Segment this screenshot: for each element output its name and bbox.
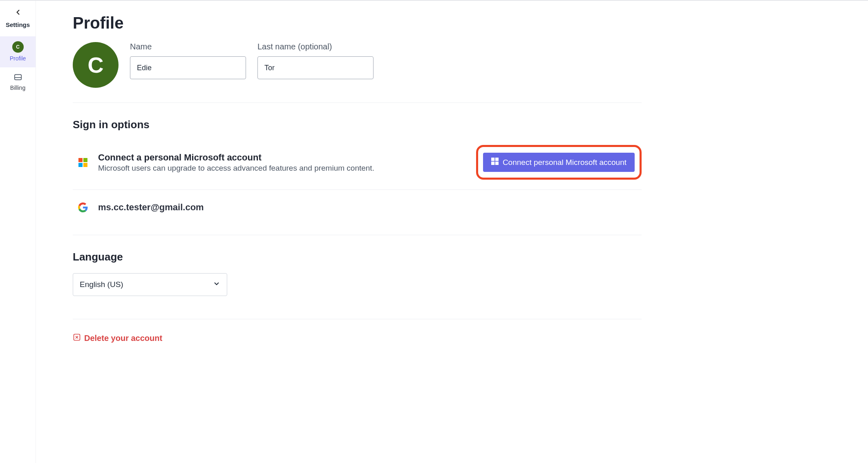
last-name-group: Last name (optional)	[257, 42, 374, 79]
svg-rect-2	[78, 158, 83, 162]
svg-rect-5	[83, 163, 87, 167]
svg-rect-9	[495, 162, 499, 165]
first-name-input[interactable]	[130, 56, 246, 79]
windows-icon	[491, 158, 499, 167]
language-selected-value: English (US)	[80, 280, 123, 289]
svg-rect-0	[14, 75, 21, 80]
sidebar-item-profile[interactable]: C Profile	[0, 36, 36, 67]
sidebar: Settings C Profile Billing	[0, 1, 36, 463]
wallet-icon	[13, 72, 23, 82]
connect-microsoft-button-label: Connect personal Microsoft account	[503, 158, 626, 167]
signin-section-title: Sign in options	[73, 118, 642, 131]
language-section-title: Language	[73, 251, 642, 263]
delete-account-label: Delete your account	[84, 334, 162, 343]
highlight-annotation: Connect personal Microsoft account	[476, 145, 642, 180]
language-section: Language English (US)	[73, 251, 642, 319]
first-name-label: Name	[130, 42, 246, 51]
microsoft-connect-title: Connect a personal Microsoft account	[98, 152, 466, 163]
svg-rect-4	[78, 163, 83, 167]
avatar-icon: C	[12, 41, 24, 53]
google-email: ms.cc.tester@gmail.com	[98, 202, 204, 213]
svg-rect-3	[83, 158, 87, 162]
language-select[interactable]: English (US)	[73, 273, 227, 296]
signin-row-microsoft: Connect a personal Microsoft account Mic…	[73, 141, 642, 190]
microsoft-text-block: Connect a personal Microsoft account Mic…	[98, 152, 466, 173]
back-icon[interactable]	[14, 8, 22, 19]
sidebar-item-label: Profile	[10, 55, 26, 62]
sidebar-item-billing[interactable]: Billing	[0, 67, 36, 97]
google-icon	[78, 202, 88, 213]
svg-rect-6	[491, 158, 494, 161]
profile-avatar[interactable]: C	[73, 42, 119, 88]
first-name-group: Name	[130, 42, 246, 79]
profile-info-row: C Name Last name (optional)	[73, 42, 642, 103]
signin-options-block: Connect a personal Microsoft account Mic…	[73, 141, 642, 235]
svg-rect-8	[491, 162, 494, 165]
microsoft-icon	[78, 157, 88, 168]
connect-microsoft-button[interactable]: Connect personal Microsoft account	[483, 153, 635, 172]
delete-account-link[interactable]: Delete your account	[73, 333, 162, 343]
main-content: Profile C Name Last name (optional) Sign…	[36, 1, 649, 463]
sidebar-title: Settings	[6, 21, 30, 28]
page-title: Profile	[73, 14, 642, 32]
close-square-icon	[73, 333, 81, 343]
svg-rect-7	[495, 158, 499, 161]
sidebar-item-label: Billing	[10, 85, 25, 91]
signin-row-google: ms.cc.tester@gmail.com	[73, 190, 642, 225]
chevron-down-icon	[213, 280, 220, 289]
last-name-input[interactable]	[257, 56, 374, 79]
last-name-label: Last name (optional)	[257, 42, 374, 51]
microsoft-connect-subtitle: Microsoft users can upgrade to access ad…	[98, 164, 466, 173]
